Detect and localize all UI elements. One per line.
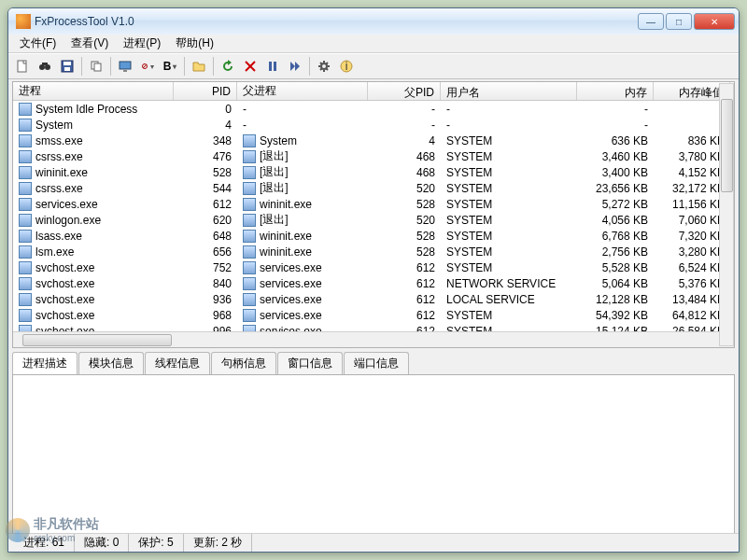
cell-ppid: 4 [368, 134, 441, 147]
cell-user: SYSTEM [441, 214, 577, 227]
cell-pid: 348 [174, 134, 237, 147]
bold-dropdown[interactable]: B [160, 56, 180, 77]
cell-mem: 54,392 KB [577, 309, 654, 322]
cell-ppid: 612 [368, 277, 441, 290]
process-icon [19, 198, 32, 211]
col-pid[interactable]: PID [174, 82, 237, 100]
cell-ppid: 468 [368, 150, 441, 163]
separator [184, 57, 185, 76]
cell-user: SYSTEM [441, 245, 577, 259]
cell-user: NETWORK SERVICE [441, 277, 577, 290]
action-dropdown[interactable] [137, 56, 158, 77]
cell-mem: 12,128 KB [577, 293, 654, 306]
cell-mem: 5,528 KB [577, 261, 654, 274]
col-mem[interactable]: 内存 [577, 82, 654, 100]
process-icon [19, 325, 32, 332]
toolbar: B i [8, 53, 739, 79]
tab-window[interactable]: 窗口信息 [277, 352, 343, 374]
table-row[interactable]: svchost.exe752services.exe612SYSTEM5,528… [13, 259, 734, 275]
cell-pid: 936 [174, 293, 237, 306]
cell-process: csrss.exe [13, 182, 174, 195]
menu-file[interactable]: 文件(F) [12, 34, 63, 53]
table-row[interactable]: csrss.exe544[退出]520SYSTEM23,656 KB32,172… [13, 180, 734, 196]
menu-help[interactable]: 帮助(H) [168, 34, 221, 53]
svg-rect-6 [64, 67, 70, 71]
process-icon [19, 214, 32, 227]
refresh-icon[interactable] [218, 56, 238, 77]
table-row[interactable]: smss.exe348System4SYSTEM636 KB836 KB [13, 133, 734, 148]
col-ppid[interactable]: 父PID [368, 82, 441, 100]
svg-rect-9 [120, 62, 131, 69]
table-row[interactable]: svchost.exe936services.exe612LOCAL SERVI… [13, 291, 734, 307]
menubar: 文件(F) 查看(V) 进程(P) 帮助(H) [8, 35, 739, 53]
process-icon [243, 134, 256, 147]
cell-user: SYSTEM [441, 325, 577, 332]
status-protected: 保护: 5 [129, 534, 183, 552]
cell-pid: 840 [174, 277, 237, 290]
monitor-icon[interactable] [115, 56, 135, 77]
cell-mem: 15,124 KB [577, 325, 654, 332]
table-row[interactable]: System Idle Process0----- [13, 101, 734, 117]
cell-pid: 968 [174, 309, 237, 322]
table-row[interactable]: svchost.exe968services.exe612SYSTEM54,39… [13, 307, 734, 323]
status-refresh: 更新: 2 秒 [184, 534, 253, 552]
cell-user: SYSTEM [441, 150, 577, 163]
cell-user: - [441, 119, 577, 132]
minimize-button[interactable]: — [638, 13, 664, 30]
forward-icon[interactable] [285, 56, 305, 77]
table-row[interactable]: lsass.exe648wininit.exe528SYSTEM6,768 KB… [13, 228, 734, 244]
menu-process[interactable]: 进程(P) [116, 34, 168, 53]
process-icon [19, 293, 32, 306]
cell-ppid: - [368, 119, 441, 132]
table-row[interactable]: csrss.exe476[退出]468SYSTEM3,460 KB3,780 K… [13, 148, 734, 164]
titlebar[interactable]: FxProcessTool V1.0 — □ ✕ [8, 8, 739, 35]
tab-handle[interactable]: 句柄信息 [211, 352, 276, 374]
tab-port[interactable]: 端口信息 [344, 352, 409, 374]
cell-ppid: 612 [368, 325, 441, 332]
svg-point-17 [321, 63, 327, 69]
maximize-button[interactable]: □ [666, 13, 692, 30]
tab-module[interactable]: 模块信息 [78, 352, 144, 374]
col-process[interactable]: 进程 [13, 82, 174, 100]
cell-pid: 656 [174, 245, 237, 259]
pause-icon[interactable] [262, 56, 283, 77]
save-icon[interactable] [57, 56, 78, 77]
table-row[interactable]: svchost.exe996services.exe612SYSTEM15,12… [13, 323, 734, 331]
cell-ppid: 612 [368, 309, 441, 322]
cell-process: lsass.exe [13, 230, 174, 243]
cell-parent: - [237, 103, 368, 116]
col-parent[interactable]: 父进程 [237, 82, 368, 100]
scroll-thumb[interactable] [721, 99, 733, 192]
copy-icon[interactable] [86, 56, 106, 77]
svg-rect-8 [94, 63, 101, 71]
process-icon [19, 134, 32, 147]
table-row[interactable]: System4----- [13, 117, 734, 133]
cell-process: System [13, 119, 174, 132]
cell-mem: 3,460 KB [577, 150, 654, 163]
close-button[interactable]: ✕ [694, 13, 735, 30]
table-row[interactable]: services.exe612wininit.exe528SYSTEM5,272… [13, 196, 734, 212]
process-icon [19, 103, 32, 116]
folder-icon[interactable] [189, 56, 209, 77]
table-row[interactable]: svchost.exe840services.exe612NETWORK SER… [13, 275, 734, 291]
tab-description[interactable]: 进程描述 [12, 352, 78, 374]
cell-mem: 2,756 KB [577, 245, 654, 259]
app-window: FxProcessTool V1.0 — □ ✕ 文件(F) 查看(V) 进程(… [7, 7, 740, 553]
table-row[interactable]: lsm.exe656wininit.exe528SYSTEM2,756 KB3,… [13, 244, 734, 259]
vertical-scrollbar[interactable] [719, 83, 734, 346]
scroll-thumb[interactable] [22, 334, 172, 346]
binoculars-icon[interactable] [35, 56, 55, 77]
table-row[interactable]: wininit.exe528[退出]468SYSTEM3,400 KB4,152… [13, 164, 734, 180]
delete-icon[interactable] [240, 56, 261, 77]
table-row[interactable]: winlogon.exe620[退出]520SYSTEM4,056 KB7,06… [13, 212, 734, 228]
menu-view[interactable]: 查看(V) [63, 34, 116, 53]
svg-rect-16 [274, 62, 276, 71]
new-icon[interactable] [12, 56, 33, 77]
cell-process: svchost.exe [13, 325, 174, 332]
column-headers: 进程 PID 父进程 父PID 用户名 内存 内存峰值 [13, 82, 734, 101]
info-icon[interactable]: i [336, 56, 357, 77]
tab-thread[interactable]: 线程信息 [145, 352, 210, 374]
col-user[interactable]: 用户名 [441, 82, 577, 100]
gear-icon[interactable] [314, 56, 334, 77]
horizontal-scrollbar[interactable] [13, 331, 734, 347]
